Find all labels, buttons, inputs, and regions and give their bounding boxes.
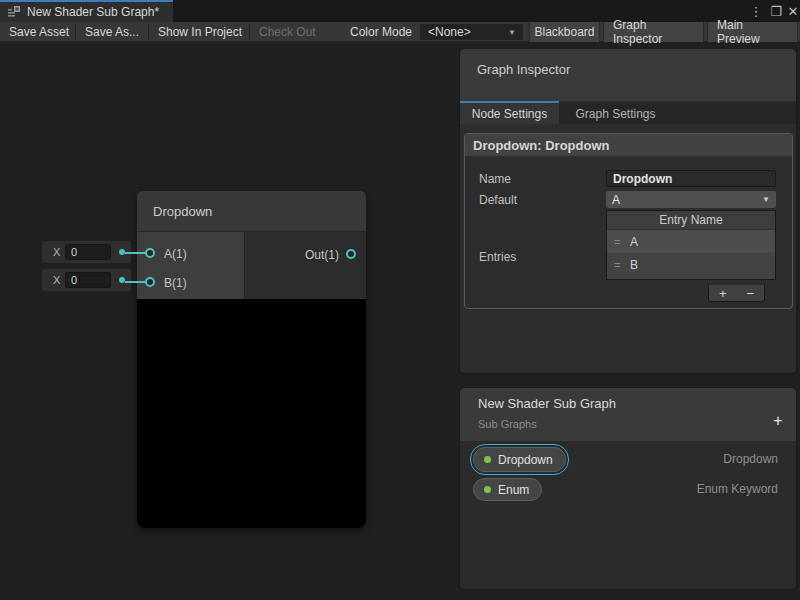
blackboard-subtitle: Sub Graphs (478, 418, 537, 430)
input-port-a-label: A(1) (164, 247, 187, 261)
pill-label: Enum (498, 483, 529, 497)
entry-row-b[interactable]: = B (607, 253, 775, 276)
default-dropdown[interactable]: A ▼ (606, 191, 776, 208)
item-type-label: Dropdown (723, 452, 778, 466)
port-b-value-input[interactable] (65, 272, 111, 288)
save-as-button[interactable]: Save As... (76, 22, 148, 42)
dropdown-node[interactable]: Dropdown A(1) B(1) Out(1) (137, 191, 366, 528)
blackboard-item-enum[interactable]: Enum (473, 478, 542, 501)
graph-inspector-toggle-button[interactable]: Graph Inspector (603, 22, 704, 42)
remove-entry-button[interactable]: − (746, 286, 754, 301)
x-component-label: X (53, 246, 65, 258)
drag-handle-icon[interactable]: = (614, 236, 630, 248)
edge-wire-b (125, 281, 147, 283)
tab-graph-settings[interactable]: Graph Settings (559, 103, 672, 124)
color-mode-label: Color Mode (341, 22, 421, 42)
blackboard-title: New Shader Sub Graph (478, 396, 616, 411)
entry-name: B (630, 258, 638, 272)
graph-inspector-panel: Graph Inspector Node Settings Graph Sett… (459, 48, 797, 374)
show-in-project-button[interactable]: Show In Project (149, 22, 251, 42)
port-default-field-b: X (42, 269, 131, 291)
item-type-label: Enum Keyword (697, 482, 778, 496)
color-mode-dropdown[interactable]: <None> ▼ (420, 24, 523, 40)
entry-row-a[interactable]: = A (607, 230, 775, 253)
tab-node-settings[interactable]: Node Settings (460, 103, 559, 124)
keyword-dot-icon (484, 456, 491, 463)
name-label: Name (479, 172, 511, 186)
chevron-down-icon: ▼ (508, 28, 516, 37)
entries-list-footer: + − (708, 285, 765, 302)
node-input-section (137, 232, 245, 299)
add-entry-button[interactable]: + (719, 286, 727, 301)
default-dropdown-value: A (612, 193, 620, 207)
toolbar: Save Asset Save As... Show In Project Ch… (0, 22, 800, 42)
chevron-down-icon: ▼ (762, 195, 770, 204)
subgraph-asset-icon (7, 5, 21, 19)
entries-label: Entries (479, 250, 516, 264)
document-title: New Shader Sub Graph* (27, 5, 159, 19)
inspector-tabbar: Node Settings Graph Settings (460, 103, 796, 124)
default-label: Default (479, 193, 517, 207)
document-tab[interactable]: New Shader Sub Graph* (0, 0, 173, 22)
x-component-label: X (53, 274, 65, 286)
port-a-value-input[interactable] (65, 244, 111, 260)
input-port-b-label: B(1) (164, 276, 187, 290)
port-default-field-a: X (42, 241, 131, 263)
output-port-out[interactable] (346, 249, 356, 259)
main-preview-toggle-button[interactable]: Main Preview (707, 22, 798, 42)
entries-list: Entry Name = A = B (606, 210, 776, 280)
name-input[interactable] (606, 170, 776, 187)
entries-column-header: Entry Name (607, 211, 775, 230)
node-preview-area (137, 299, 366, 528)
save-asset-button[interactable]: Save Asset (0, 22, 78, 42)
blackboard-header: New Shader Sub Graph Sub Graphs + (460, 388, 796, 441)
output-port-label: Out(1) (305, 248, 339, 262)
close-icon[interactable]: ✕ (786, 0, 800, 22)
blackboard-item-dropdown[interactable]: Dropdown (473, 447, 566, 472)
edge-wire-a (125, 252, 147, 254)
check-out-button: Check Out (250, 22, 325, 42)
drag-handle-icon[interactable]: = (614, 259, 630, 271)
keyword-dot-icon (484, 486, 491, 493)
blackboard-toggle-button[interactable]: Blackboard (529, 22, 600, 42)
color-mode-value: <None> (428, 25, 471, 39)
node-title[interactable]: Dropdown (137, 191, 366, 232)
entry-name: A (630, 235, 638, 249)
add-property-button[interactable]: + (770, 413, 786, 429)
node-body: A(1) B(1) Out(1) (137, 232, 366, 299)
unity-shader-graph-window: New Shader Sub Graph* ⋮ ❐ ✕ Save Asset S… (0, 0, 800, 600)
blackboard-panel: New Shader Sub Graph Sub Graphs + Dropdo… (459, 387, 797, 590)
graph-inspector-title[interactable]: Graph Inspector (460, 49, 796, 101)
node-settings-header: Dropdown: Dropdown (465, 134, 792, 156)
pill-label: Dropdown (498, 453, 553, 467)
